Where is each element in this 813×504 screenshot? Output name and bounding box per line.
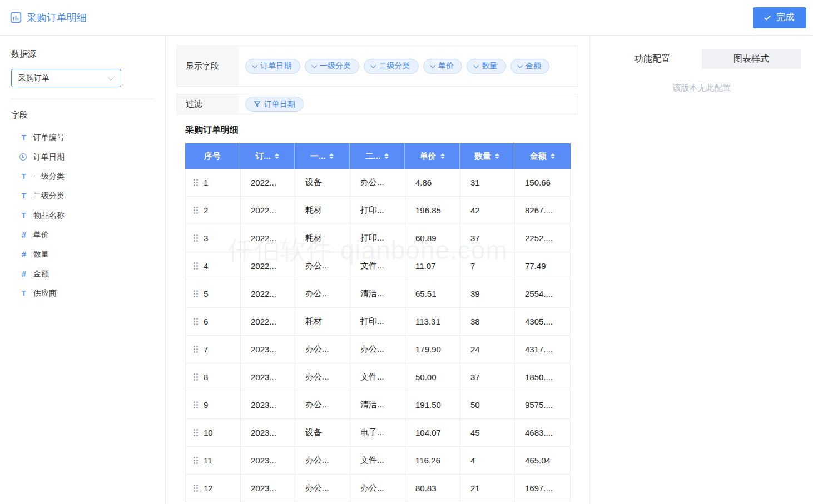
cell-amount: 1850.... bbox=[515, 363, 571, 391]
field-label: 物品名称 bbox=[33, 211, 65, 221]
panel-tab[interactable]: 图表样式 bbox=[702, 49, 801, 69]
drag-handle-icon[interactable] bbox=[194, 318, 195, 320]
field-type-icon bbox=[19, 192, 28, 200]
purchase-order-table: 序号 订... 一... bbox=[185, 143, 571, 502]
cell-quantity: 45 bbox=[460, 419, 515, 446]
field-item[interactable]: 一级分类 bbox=[11, 167, 154, 186]
check-icon bbox=[764, 13, 771, 20]
chip-label: 数量 bbox=[482, 61, 498, 71]
column-label: 序号 bbox=[204, 151, 221, 162]
cell-category1: 办公... bbox=[295, 280, 350, 307]
fields-list: 订单编号 订单日期 一级分类 二级分类 bbox=[11, 128, 154, 303]
cell-category1: 办公... bbox=[295, 391, 350, 418]
row-index: 1 bbox=[204, 178, 208, 187]
drag-handle-icon[interactable] bbox=[194, 207, 195, 208]
drag-handle-icon[interactable] bbox=[194, 401, 195, 403]
cell-category2: 办公... bbox=[350, 169, 405, 196]
datasource-value: 采购订单 bbox=[18, 73, 49, 83]
chip-label: 订单日期 bbox=[261, 61, 292, 71]
chevron-down-icon bbox=[473, 63, 478, 68]
cell-amount: 150.66 bbox=[515, 169, 571, 196]
drag-handle-icon[interactable] bbox=[194, 485, 195, 486]
sort-icon[interactable] bbox=[551, 153, 555, 159]
drag-handle-icon[interactable] bbox=[194, 179, 195, 181]
cell-quantity: 21 bbox=[460, 475, 515, 502]
chevron-down-icon bbox=[517, 63, 522, 68]
field-item[interactable]: 供应商 bbox=[11, 283, 154, 303]
field-item[interactable]: 二级分类 bbox=[11, 186, 154, 206]
display-field-chip[interactable]: 一级分类 bbox=[305, 59, 360, 74]
field-item[interactable]: 金额 bbox=[11, 264, 154, 283]
column-header[interactable]: 数量 bbox=[460, 143, 514, 169]
display-field-chip[interactable]: 数量 bbox=[467, 59, 506, 74]
chevron-down-icon bbox=[370, 63, 375, 68]
field-type-icon bbox=[19, 231, 28, 239]
cell-index: 8 bbox=[186, 363, 241, 391]
field-label: 金额 bbox=[33, 269, 49, 279]
panel-tab[interactable]: 功能配置 bbox=[603, 49, 702, 69]
sort-icon[interactable] bbox=[440, 153, 445, 159]
field-item[interactable]: 单价 bbox=[11, 225, 154, 244]
drag-handle-icon[interactable] bbox=[194, 290, 195, 292]
table-title: 采购订单明细 bbox=[185, 123, 571, 137]
cell-quantity: 31 bbox=[460, 169, 515, 196]
cell-quantity: 24 bbox=[460, 336, 515, 363]
cell-category2: 文件... bbox=[350, 363, 405, 391]
cell-quantity: 39 bbox=[460, 280, 515, 307]
row-index: 2 bbox=[204, 206, 208, 215]
drag-handle-icon[interactable] bbox=[194, 457, 195, 458]
field-label: 二级分类 bbox=[33, 191, 65, 201]
config-panel: 功能配置 图表样式 该版本无此配置 bbox=[589, 36, 813, 504]
divider bbox=[11, 99, 154, 99]
filter-chip[interactable]: 订单日期 bbox=[245, 97, 304, 112]
cell-order-date: 2023... bbox=[241, 336, 295, 363]
column-header[interactable]: 序号 bbox=[185, 143, 240, 169]
cell-category2: 清洁... bbox=[350, 280, 405, 307]
table-row: 11 2023... 办公... 文件... 116.26 4 465.04 bbox=[185, 447, 571, 475]
drag-handle-icon[interactable] bbox=[194, 346, 195, 347]
field-item[interactable]: 订单编号 bbox=[11, 128, 154, 147]
cell-order-date: 2022... bbox=[241, 308, 295, 335]
filter-label: 过滤 bbox=[177, 94, 239, 114]
datasource-select[interactable]: 采购订单 bbox=[11, 69, 121, 87]
drag-handle-icon[interactable] bbox=[194, 429, 195, 431]
table-row: 1 2022... 设备 办公... 4.86 31 150.66 bbox=[185, 169, 571, 197]
cell-category2: 打印... bbox=[350, 197, 405, 224]
field-label: 数量 bbox=[33, 249, 49, 260]
table-row: 6 2022... 耗材 打印... 113.31 38 4305.... bbox=[185, 308, 571, 336]
display-field-chip[interactable]: 金额 bbox=[510, 59, 550, 74]
field-item[interactable]: 物品名称 bbox=[11, 206, 154, 225]
column-header[interactable]: 一... bbox=[295, 143, 350, 169]
field-label: 供应商 bbox=[33, 288, 57, 298]
column-header[interactable]: 单价 bbox=[405, 143, 460, 169]
column-label: 一... bbox=[310, 151, 326, 162]
field-item[interactable]: 订单日期 bbox=[11, 147, 154, 167]
field-item[interactable]: 数量 bbox=[11, 244, 154, 264]
column-header[interactable]: 订... bbox=[240, 143, 295, 169]
sort-icon[interactable] bbox=[329, 153, 334, 159]
cell-category1: 耗材 bbox=[295, 308, 350, 335]
display-field-chip[interactable]: 订单日期 bbox=[245, 59, 300, 74]
sort-icon[interactable] bbox=[275, 153, 279, 159]
drag-handle-icon[interactable] bbox=[194, 262, 195, 264]
sort-icon[interactable] bbox=[495, 153, 499, 159]
row-index: 8 bbox=[204, 372, 208, 382]
cell-unit-price: 196.85 bbox=[405, 197, 460, 224]
cell-category2: 文件... bbox=[350, 447, 405, 474]
filter-row: 过滤 订单日期 bbox=[177, 94, 578, 114]
cell-amount: 2252.... bbox=[515, 224, 571, 252]
column-header[interactable]: 金额 bbox=[514, 143, 570, 169]
drag-handle-icon[interactable] bbox=[194, 373, 195, 375]
chip-label: 单价 bbox=[438, 61, 454, 71]
done-button[interactable]: 完成 bbox=[753, 7, 806, 28]
drag-handle-icon[interactable] bbox=[194, 234, 195, 236]
sort-icon[interactable] bbox=[384, 153, 389, 159]
table-row: 12 2023... 办公... 办公... 80.83 21 1697.... bbox=[185, 475, 571, 502]
cell-index: 9 bbox=[186, 391, 241, 418]
display-field-chip[interactable]: 单价 bbox=[423, 59, 463, 74]
display-field-chip[interactable]: 二级分类 bbox=[364, 59, 419, 74]
column-header[interactable]: 二... bbox=[350, 143, 405, 169]
row-index: 7 bbox=[204, 345, 208, 354]
table-row: 10 2023... 设备 电子... 104.07 45 4683.... bbox=[185, 419, 571, 447]
cell-category2: 文件... bbox=[350, 252, 405, 280]
